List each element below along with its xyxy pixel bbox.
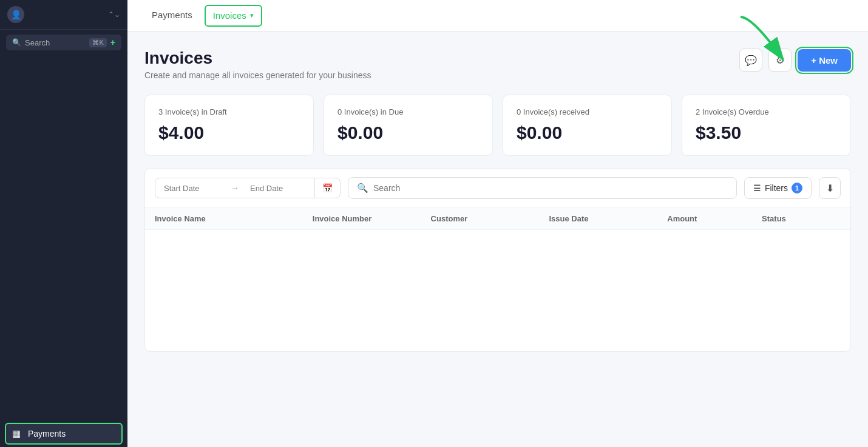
filters-button[interactable]: ☰ Filters 1 — [744, 177, 812, 199]
search-shortcut: ⌘K — [89, 38, 106, 47]
user-chevrons-icon: ⌃⌄ — [108, 10, 120, 19]
col-invoice-name: Invoice Name — [155, 214, 313, 223]
card-due-label: 0 Invoice(s) in Due — [337, 107, 479, 116]
card-draft[interactable]: 3 Invoice(s) in Draft $4.00 — [144, 95, 314, 156]
search-input[interactable] — [373, 183, 728, 193]
download-icon: ⬇ — [826, 183, 834, 194]
arrow-icon: → — [228, 183, 242, 193]
add-icon: + — [110, 38, 115, 47]
main-content: Payments Invoices ▾ Invoices Create and … — [127, 0, 868, 447]
card-overdue-amount: $3.50 — [696, 123, 837, 143]
col-status: Status — [762, 214, 841, 223]
feedback-button[interactable]: 💬 — [739, 49, 762, 72]
filters-count: 1 — [792, 183, 802, 193]
nav-invoices[interactable]: Invoices ▾ — [205, 7, 262, 24]
table-header: Invoice Name Invoice Number Customer Iss… — [145, 208, 850, 230]
card-draft-label: 3 Invoice(s) in Draft — [158, 107, 300, 116]
sidebar-nav: ▦ Payments — [0, 420, 127, 447]
download-button[interactable]: ⬇ — [819, 177, 841, 199]
sidebar: 👤 ⌃⌄ 🔍 Search ⌘K + ▦ Payments — [0, 0, 127, 447]
filter-icon: ☰ — [753, 183, 761, 193]
sidebar-item-payments[interactable]: ▦ Payments — [5, 423, 123, 445]
col-issue-date: Issue Date — [549, 214, 667, 223]
page-title-block: Invoices Create and manage all invoices … — [144, 49, 371, 80]
card-received[interactable]: 0 Invoice(s) received $0.00 — [503, 95, 672, 156]
search-icon: 🔍 — [12, 38, 21, 47]
avatar: 👤 — [7, 6, 24, 23]
table-toolbar: → 📅 🔍 ☰ Filters 1 ⬇ — [145, 169, 850, 208]
sidebar-item-label: Payments — [28, 429, 66, 439]
summary-cards: 3 Invoice(s) in Draft $4.00 0 Invoice(s)… — [144, 95, 851, 156]
new-invoice-button[interactable]: + New — [798, 49, 851, 72]
col-invoice-number: Invoice Number — [313, 214, 431, 223]
filters-label: Filters — [765, 183, 788, 193]
card-due[interactable]: 0 Invoice(s) in Due $0.00 — [324, 95, 493, 156]
search-icon: 🔍 — [357, 183, 368, 193]
sidebar-search[interactable]: 🔍 Search ⌘K + — [6, 35, 121, 50]
card-received-amount: $0.00 — [517, 123, 658, 143]
new-button-label: + New — [811, 55, 838, 66]
nav-payments[interactable]: Payments — [142, 0, 202, 31]
invoices-tab-wrapper: Invoices ▾ — [205, 5, 262, 27]
settings-button[interactable]: ⚙ — [768, 49, 792, 72]
gear-icon: ⚙ — [776, 55, 784, 66]
page-subtitle: Create and manage all invoices generated… — [144, 70, 371, 80]
start-date-input[interactable] — [155, 179, 228, 198]
header-actions: 💬 ⚙ + New — [739, 49, 851, 72]
top-nav: Payments Invoices ▾ — [127, 0, 868, 32]
invoices-table-section: → 📅 🔍 ☰ Filters 1 ⬇ Inv — [144, 168, 851, 352]
payments-icon: ▦ — [11, 428, 22, 439]
card-due-amount: $0.00 — [337, 123, 479, 143]
col-amount: Amount — [667, 214, 762, 223]
page-header: Invoices Create and manage all invoices … — [144, 49, 851, 80]
user-menu[interactable]: 👤 ⌃⌄ — [0, 0, 127, 30]
page-content: Invoices Create and manage all invoices … — [127, 32, 868, 447]
card-draft-amount: $4.00 — [158, 123, 300, 143]
invoices-label: Invoices — [213, 10, 246, 21]
table-body — [145, 230, 850, 351]
calendar-icon[interactable]: 📅 — [314, 178, 340, 198]
search-label: Search — [25, 38, 50, 47]
search-box[interactable]: 🔍 — [348, 177, 737, 199]
date-range[interactable]: → 📅 — [155, 178, 341, 198]
col-customer: Customer — [431, 214, 549, 223]
card-received-label: 0 Invoice(s) received — [517, 107, 658, 116]
card-overdue-label: 2 Invoice(s) Overdue — [696, 107, 837, 116]
page-title: Invoices — [144, 49, 371, 68]
chevron-down-icon: ▾ — [250, 12, 254, 19]
end-date-input[interactable] — [242, 179, 314, 198]
nav-payments-label: Payments — [152, 10, 192, 20]
feedback-icon: 💬 — [745, 55, 757, 66]
card-overdue[interactable]: 2 Invoice(s) Overdue $3.50 — [682, 95, 851, 156]
